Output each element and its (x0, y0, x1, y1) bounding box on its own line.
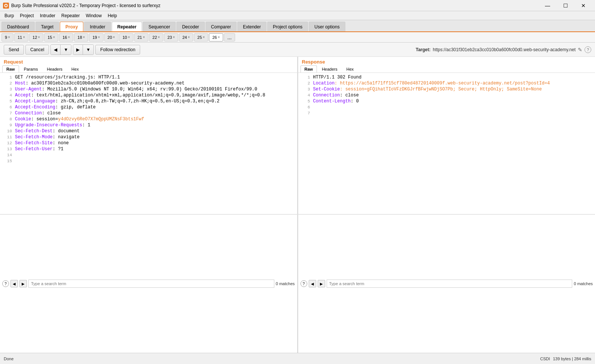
sub-tab-more[interactable]: ... (224, 33, 235, 41)
close-tab-11-icon[interactable]: × (23, 35, 25, 39)
back-button[interactable]: ◀ (51, 45, 60, 55)
close-tab-18-icon[interactable]: × (83, 35, 85, 39)
status-bytes: 139 bytes | 284 millis (553, 357, 591, 361)
close-tab-9-icon[interactable]: × (8, 35, 10, 39)
sub-tab-18[interactable]: 18× (74, 33, 88, 41)
forward-dropdown-button[interactable]: ▼ (83, 45, 93, 55)
response-match-count: 0 matches (574, 281, 593, 286)
response-search-input[interactable] (327, 280, 573, 288)
sub-tab-19[interactable]: 19× (89, 33, 103, 41)
close-tab-25-icon[interactable]: × (203, 35, 205, 39)
tab-comparer[interactable]: Comparer (206, 22, 237, 31)
sub-tab-15[interactable]: 15× (44, 33, 58, 41)
sub-tab-12[interactable]: 12× (29, 33, 43, 41)
close-tab-23-icon[interactable]: × (173, 35, 175, 39)
line-content: Connection: close (15, 110, 61, 116)
sub-tab-10[interactable]: 10× (119, 33, 133, 41)
maximize-button[interactable]: ☐ (557, 0, 574, 11)
menu-intruder[interactable]: Intruder (37, 12, 58, 20)
close-tab-12-icon[interactable]: × (38, 35, 40, 39)
tab-proxy[interactable]: Proxy (60, 22, 83, 31)
response-search-help-icon[interactable]: ? (300, 280, 307, 287)
tab-target[interactable]: Target (36, 22, 59, 31)
request-tab-params[interactable]: Params (20, 65, 42, 73)
line-content: Host: ac301f301eb2ca3cc010b0a600fc00d0.w… (15, 80, 185, 86)
menubar: Burp Project Intruder Repeater Window He… (0, 11, 595, 20)
sub-tab-11[interactable]: 11× (14, 33, 28, 41)
sub-tab-21[interactable]: 21× (134, 33, 148, 41)
request-tab-raw[interactable]: Raw (2, 65, 19, 73)
request-tab-hex[interactable]: Hex (67, 65, 83, 73)
minimize-button[interactable]: — (539, 0, 556, 11)
help-icon[interactable]: ? (585, 46, 591, 53)
close-tab-19-icon[interactable]: × (98, 35, 100, 39)
forward-button[interactable]: ▶ (73, 45, 83, 55)
menu-burp[interactable]: Burp (1, 12, 17, 20)
line-content: Connection: close (313, 92, 359, 98)
close-tab-15-icon[interactable]: × (53, 35, 55, 39)
tab-dashboard[interactable]: Dashboard (1, 22, 35, 31)
cancel-button[interactable]: Cancel (25, 45, 49, 55)
tab-decoder[interactable]: Decoder (176, 22, 204, 31)
edit-target-icon[interactable]: ✎ (578, 47, 582, 53)
tab-extender[interactable]: Extender (237, 22, 266, 31)
close-tab-21-icon[interactable]: × (143, 35, 145, 39)
table-row: 7 (298, 110, 595, 116)
response-panel-header: Response (298, 57, 595, 65)
tab-project-options[interactable]: Project options (267, 22, 308, 31)
line-content: Content-Length: 0 (313, 98, 359, 104)
response-content[interactable]: 1HTTP/1.1 302 Found2Location: https://ac… (298, 73, 595, 214)
table-row: 3Set-Cookie: session=gFQihatTIoVFzDKGJrf… (298, 86, 595, 92)
line-content: User-Agent: Mozilla/5.0 (Windows NT 10.0… (15, 86, 257, 92)
burp-logo-icon (4, 3, 8, 8)
menu-window[interactable]: Window (83, 12, 105, 20)
sub-tab-25[interactable]: 25× (194, 33, 208, 41)
tab-repeater[interactable]: Repeater (112, 22, 142, 31)
close-tab-24-icon[interactable]: × (188, 35, 190, 39)
target-url: https://ac301f301eb2ca3cc010b0a600fc00d0… (433, 47, 576, 52)
response-search-bar: ? ◀ ▶ 0 matches (298, 214, 595, 353)
back-dropdown-button[interactable]: ▼ (61, 45, 71, 55)
sub-tab-9[interactable]: 9× (1, 33, 13, 41)
sub-tab-23[interactable]: 23× (164, 33, 178, 41)
request-search-prev-button[interactable]: ◀ (10, 280, 18, 287)
menu-repeater[interactable]: Repeater (58, 12, 83, 20)
request-tab-bar: Raw Params Headers Hex (0, 65, 297, 73)
line-number: 10 (1, 128, 12, 134)
close-tab-26-icon[interactable]: × (218, 35, 220, 39)
tab-intruder[interactable]: Intruder (84, 22, 111, 31)
line-number: 9 (1, 122, 12, 128)
toolbar: Send Cancel ◀ ▼ ▶ ▼ Follow redirection T… (0, 43, 595, 57)
request-tab-headers[interactable]: Headers (43, 65, 67, 73)
tab-user-options[interactable]: User options (309, 22, 345, 31)
response-search-prev-button[interactable]: ◀ (309, 280, 316, 287)
request-search-input[interactable] (28, 280, 274, 288)
request-search-help-icon[interactable]: ? (2, 280, 9, 287)
response-search-next-button[interactable]: ▶ (318, 280, 325, 287)
send-button[interactable]: Send (4, 45, 24, 55)
close-tab-16-icon[interactable]: × (68, 35, 70, 39)
sub-tab-16[interactable]: 16× (59, 33, 73, 41)
request-content[interactable]: 1GET /resources/js/tracking.js: HTTP/1.1… (0, 73, 297, 214)
response-panel: Response Raw Headers Hex 1HTTP/1.1 302 F… (298, 57, 595, 353)
sub-tab-24[interactable]: 24× (179, 33, 193, 41)
response-tab-hex[interactable]: Hex (342, 65, 358, 73)
menu-help[interactable]: Help (105, 12, 120, 20)
line-number: 5 (1, 98, 12, 104)
response-tab-headers[interactable]: Headers (318, 65, 342, 73)
line-number: 6 (300, 104, 310, 110)
close-tab-20-icon[interactable]: × (113, 35, 115, 39)
response-tab-raw[interactable]: Raw (300, 65, 317, 73)
close-tab-10-icon[interactable]: × (128, 35, 130, 39)
close-tab-22-icon[interactable]: × (158, 35, 160, 39)
request-panel: Request Raw Params Headers Hex 1GET /res… (0, 57, 298, 353)
close-button[interactable]: ✕ (575, 0, 592, 11)
request-search-next-button[interactable]: ▶ (19, 280, 27, 287)
sub-tab-20[interactable]: 20× (104, 33, 118, 41)
menu-project[interactable]: Project (17, 12, 37, 20)
follow-redirection-button[interactable]: Follow redirection (95, 45, 140, 55)
target-label: Target: https://ac301f301eb2ca3cc010b0a6… (416, 46, 591, 53)
sub-tab-26[interactable]: 26× (209, 33, 223, 41)
sub-tab-22[interactable]: 22× (149, 33, 163, 41)
tab-sequencer[interactable]: Sequencer (143, 22, 176, 31)
